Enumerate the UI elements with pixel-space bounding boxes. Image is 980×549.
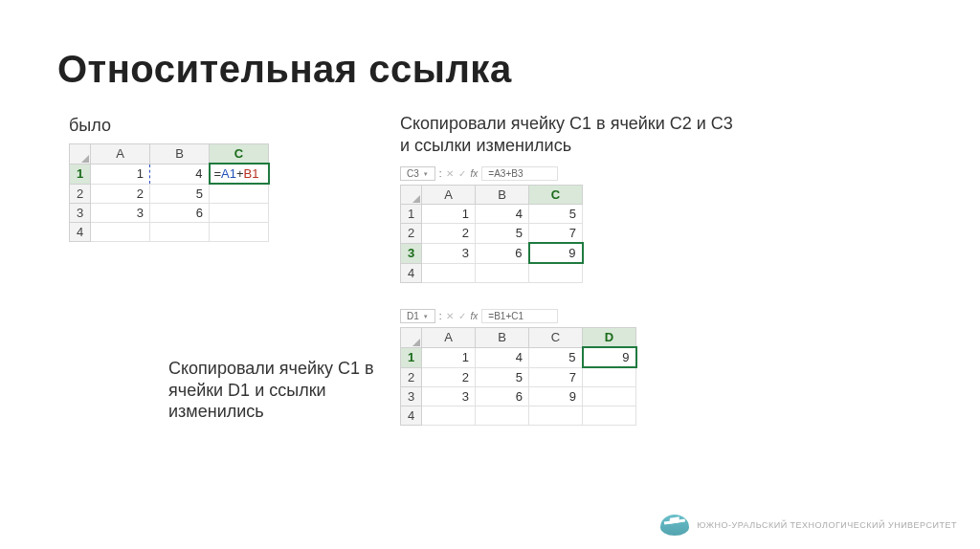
sheet-example-2: C3 ▼ : ✕ ✓ fx =A3+B3 A B C 1 1 4 5 xyxy=(400,166,584,283)
cell-c3: 9 xyxy=(529,386,583,406)
caption-was: было xyxy=(69,115,111,137)
cell-a4 xyxy=(422,263,476,282)
col-header-b: B xyxy=(476,328,529,348)
select-all-corner xyxy=(401,186,422,205)
cell-c2: 7 xyxy=(529,224,583,244)
dropdown-icon: ▼ xyxy=(423,314,429,319)
row-header-2: 2 xyxy=(401,367,422,386)
cell-c1: 5 xyxy=(529,205,583,224)
slide-title: Относительная ссылка xyxy=(57,48,923,91)
col-header-d: D xyxy=(583,328,636,348)
cancel-icon: ✕ xyxy=(446,311,454,321)
caption-copied-d1: Скопировали ячейку С1 в ячейки D1 и ссыл… xyxy=(168,358,379,423)
name-box-value: C3 xyxy=(407,168,419,179)
footer-text: ЮЖНО-УРАЛЬСКИЙ ТЕХНОЛОГИЧЕСКИЙ УНИВЕРСИТ… xyxy=(697,520,957,530)
row-header-4: 4 xyxy=(70,222,91,241)
dropdown-icon: ▼ xyxy=(423,171,429,177)
enter-icon: ✓ xyxy=(458,168,466,179)
enter-icon: ✓ xyxy=(458,311,466,321)
cell-b1: 4 xyxy=(476,205,529,224)
col-header-a: A xyxy=(91,144,150,165)
cell-a1: 1 xyxy=(91,164,150,184)
row-header-4: 4 xyxy=(401,263,422,282)
cell-b3: 6 xyxy=(150,203,210,222)
row-header-2: 2 xyxy=(401,224,422,244)
cell-c4 xyxy=(529,406,583,425)
cell-a1: 1 xyxy=(422,347,476,367)
cell-b3: 6 xyxy=(476,243,529,263)
formula-ref-a1: A1 xyxy=(221,166,236,181)
col-header-b: B xyxy=(476,186,529,205)
cancel-icon: ✕ xyxy=(446,168,454,179)
cell-b4 xyxy=(476,263,529,282)
cell-b2: 5 xyxy=(476,367,529,386)
cell-b4 xyxy=(150,222,210,241)
cell-b1: 4 xyxy=(150,164,210,184)
cell-a2: 2 xyxy=(422,224,476,244)
cell-c4 xyxy=(210,222,269,241)
cell-b2: 5 xyxy=(476,224,529,244)
sheet-example-3: D1 ▼ : ✕ ✓ fx =B1+C1 A B C D 1 1 4 xyxy=(400,309,637,426)
row-header-3: 3 xyxy=(401,386,422,406)
formula-equals: = xyxy=(214,166,222,181)
formula-bar: D1 ▼ : ✕ ✓ fx =B1+C1 xyxy=(400,309,637,323)
col-header-c: C xyxy=(210,144,269,165)
cell-d3 xyxy=(583,386,636,406)
select-all-corner xyxy=(70,144,91,165)
formula-text[interactable]: =B1+C1 xyxy=(481,309,558,323)
cell-a3: 3 xyxy=(422,243,476,263)
row-header-3: 3 xyxy=(70,203,91,222)
university-logo-icon xyxy=(660,515,689,536)
row-header-4: 4 xyxy=(401,406,422,425)
cell-c2 xyxy=(210,184,269,203)
cell-a1: 1 xyxy=(422,205,476,224)
cell-c3 xyxy=(210,203,269,222)
fx-icon: fx xyxy=(471,168,479,179)
cell-c2: 7 xyxy=(529,367,583,386)
col-header-a: A xyxy=(422,186,476,205)
cell-c1-editing[interactable]: =A1+B1 xyxy=(210,164,269,184)
col-header-c: C xyxy=(529,328,583,348)
cell-b1: 4 xyxy=(476,347,529,367)
cell-c3-selected[interactable]: 9 xyxy=(529,243,583,263)
col-header-a: A xyxy=(422,328,476,348)
formula-plus: + xyxy=(236,166,244,181)
col-header-c: C xyxy=(529,186,583,205)
cell-a2: 2 xyxy=(422,367,476,386)
select-all-corner xyxy=(401,328,422,348)
formula-ref-b1: B1 xyxy=(244,166,259,181)
row-header-1: 1 xyxy=(401,205,422,224)
col-header-b: B xyxy=(150,144,210,165)
name-box[interactable]: C3 ▼ xyxy=(400,166,435,181)
cell-a3: 3 xyxy=(422,386,476,406)
cell-b2: 5 xyxy=(150,184,210,203)
name-box-value: D1 xyxy=(407,311,419,321)
row-header-1: 1 xyxy=(70,164,91,184)
cell-a4 xyxy=(91,222,150,241)
cell-a3: 3 xyxy=(91,203,150,222)
cell-d4 xyxy=(583,406,636,425)
caption-copied-c2c3: Скопировали ячейку С1 в ячейки С2 и С3 и… xyxy=(400,113,745,156)
cell-a2: 2 xyxy=(91,184,150,203)
row-header-2: 2 xyxy=(70,184,91,203)
row-header-1: 1 xyxy=(401,347,422,367)
name-box[interactable]: D1 ▼ xyxy=(400,309,435,323)
cell-a4 xyxy=(422,406,476,425)
cell-b4 xyxy=(476,406,529,425)
sheet-example-1: A B C 1 1 4 =A1+B1 2 2 5 3 3 6 4 xyxy=(69,143,270,242)
footer-logo: ЮЖНО-УРАЛЬСКИЙ ТЕХНОЛОГИЧЕСКИЙ УНИВЕРСИТ… xyxy=(660,515,957,536)
formula-text[interactable]: =A3+B3 xyxy=(481,166,558,181)
cell-c4 xyxy=(529,263,583,282)
row-header-3: 3 xyxy=(401,243,422,263)
cell-b3: 6 xyxy=(476,386,529,406)
formula-bar: C3 ▼ : ✕ ✓ fx =A3+B3 xyxy=(400,166,584,181)
cell-d1-selected[interactable]: 9 xyxy=(583,347,636,367)
fx-icon: fx xyxy=(471,311,479,321)
cell-d2 xyxy=(583,367,636,386)
cell-c1: 5 xyxy=(529,347,583,367)
